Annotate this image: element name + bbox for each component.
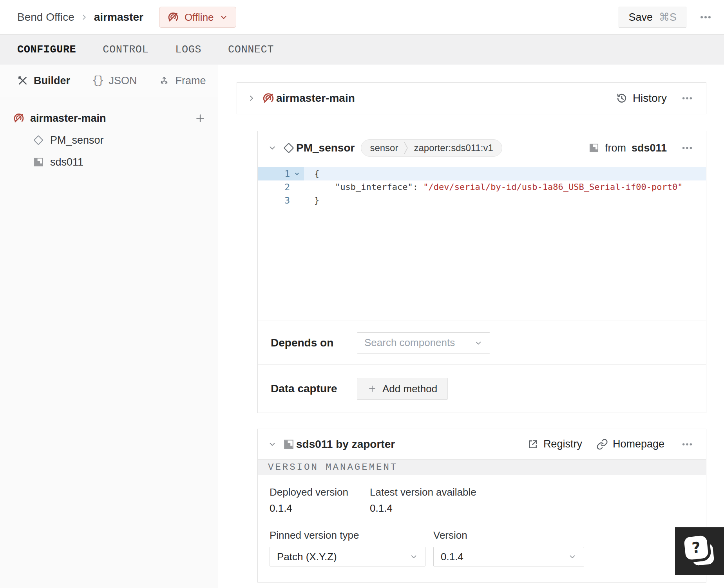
add-method-label: Add method xyxy=(382,383,437,395)
save-button[interactable]: Save ⌘S xyxy=(619,7,686,28)
add-component-button[interactable] xyxy=(194,112,206,124)
code-line: 3 } xyxy=(258,194,706,207)
code-line: 2 "usb_interface": "/dev/serial/by-id/us… xyxy=(258,180,706,194)
deployed-version-stat: Deployed version 0.1.4 xyxy=(270,486,370,514)
latest-version-stat: Latest version available 0.1.4 xyxy=(370,486,476,514)
tree-item-sds011[interactable]: sds011 xyxy=(0,154,218,170)
fold-chevron-icon[interactable] xyxy=(290,167,304,180)
tree-item-machine[interactable]: airmaster-main xyxy=(0,110,218,126)
expand-machine-chevron[interactable] xyxy=(247,94,256,103)
save-shortcut: ⌘S xyxy=(659,11,677,23)
depends-on-placeholder: Search components xyxy=(364,337,455,349)
deployed-version-value: 0.1.4 xyxy=(270,502,370,514)
pinned-version-type-select[interactable]: Patch (X.Y.Z) xyxy=(270,547,425,566)
version-management-section-title: VERSION MANAGEMENT xyxy=(258,459,706,475)
tab-logs[interactable]: LOGS xyxy=(175,44,201,56)
config-sidebar: Builder {} JSON Frame xyxy=(0,65,218,588)
history-button[interactable]: History xyxy=(615,92,667,105)
mode-builder-label: Builder xyxy=(34,75,70,87)
machine-status-dropdown[interactable]: Offline xyxy=(159,7,236,28)
deployed-version-label: Deployed version xyxy=(270,486,370,498)
plus-icon xyxy=(367,384,377,393)
help-button[interactable]: ? xyxy=(675,527,724,575)
tools-icon xyxy=(17,75,28,86)
top-bar: Bend Office airmaster Offline Save xyxy=(0,0,724,34)
machine-card-title: airmaster-main xyxy=(276,92,355,105)
depends-on-label: Depends on xyxy=(271,337,357,349)
module-card-header: sds011 by zaporter Registry xyxy=(258,429,706,459)
breadcrumb-machine-name: airmaster xyxy=(94,11,143,23)
code-text: "usb_interface": "/dev/serial/by-id/usb-… xyxy=(304,180,706,194)
code-text: } xyxy=(304,194,706,207)
mode-frame[interactable]: Frame xyxy=(159,75,206,87)
component-diamond-icon xyxy=(33,135,44,146)
mode-json[interactable]: {} JSON xyxy=(92,75,137,87)
homepage-link[interactable]: Homepage xyxy=(596,438,664,450)
component-type: sensor xyxy=(370,142,398,153)
from-module-group: from sds011 xyxy=(588,142,667,154)
registry-link[interactable]: Registry xyxy=(527,438,582,450)
chevron-right-icon xyxy=(80,13,89,22)
mode-json-label: JSON xyxy=(109,75,137,87)
question-mark-icon: ? xyxy=(684,535,709,560)
sds011-module-card: sds011 by zaporter Registry xyxy=(257,429,706,583)
wifi-off-icon xyxy=(167,11,179,23)
chevron-down-icon xyxy=(409,552,418,561)
module-card-title: sds011 by zaporter xyxy=(296,438,395,451)
history-clock-icon xyxy=(615,92,628,105)
line-number: 3 xyxy=(258,194,290,207)
tree-item-label: sds011 xyxy=(50,156,83,168)
component-card-menu-button[interactable] xyxy=(679,139,696,157)
status-label: Offline xyxy=(185,11,214,23)
attributes-code-editor[interactable]: 1 { 2 "usb_interface": "/dev/serial/by-i… xyxy=(258,165,706,321)
machine-card-menu-button[interactable] xyxy=(679,90,696,107)
code-text: { xyxy=(304,167,706,180)
module-icon xyxy=(588,142,599,153)
homepage-label: Homepage xyxy=(613,438,664,450)
version-select[interactable]: 0.1.4 xyxy=(433,547,584,566)
history-label: History xyxy=(633,92,667,105)
link-icon xyxy=(596,438,608,450)
pinned-version-type-label: Pinned version type xyxy=(270,529,425,541)
depends-on-select[interactable]: Search components xyxy=(357,332,490,354)
badge-divider-icon xyxy=(404,141,408,155)
module-links: Registry Homepage xyxy=(527,436,696,453)
collapse-component-chevron[interactable] xyxy=(268,144,277,152)
from-prefix: from xyxy=(605,142,626,154)
pm-sensor-card: PM_sensor sensor zaporter:sds011:v1 from… xyxy=(257,131,706,413)
breadcrumb: Bend Office airmaster xyxy=(17,11,143,23)
chevron-down-icon xyxy=(568,552,577,561)
version-value: 0.1.4 xyxy=(441,551,463,563)
data-capture-label: Data capture xyxy=(271,382,357,395)
top-bar-actions: Save ⌘S xyxy=(619,7,715,28)
mode-builder[interactable]: Builder xyxy=(17,75,70,87)
tree-item-pm-sensor[interactable]: PM_sensor xyxy=(0,132,218,148)
external-link-icon xyxy=(527,438,539,450)
breadcrumb-org-link[interactable]: Bend Office xyxy=(17,11,74,23)
depends-on-row: Depends on Search components xyxy=(258,321,706,364)
version-field: Version 0.1.4 xyxy=(433,529,584,566)
overflow-menu-button[interactable] xyxy=(697,8,715,26)
add-method-button[interactable]: Add method xyxy=(357,378,448,400)
module-card-menu-button[interactable] xyxy=(679,436,696,453)
braces-icon: {} xyxy=(92,75,103,87)
data-capture-row: Data capture Add method xyxy=(258,364,706,413)
component-model: zaporter:sds011:v1 xyxy=(414,142,493,153)
tab-control[interactable]: CONTROL xyxy=(103,44,148,56)
machine-config-page: Bend Office airmaster Offline Save xyxy=(0,0,724,588)
collapse-module-chevron[interactable] xyxy=(268,440,277,449)
latest-version-value: 0.1.4 xyxy=(370,502,476,514)
latest-version-label: Latest version available xyxy=(370,486,476,498)
view-mode-switcher: Builder {} JSON Frame xyxy=(0,65,218,97)
save-label: Save xyxy=(628,11,653,23)
version-management-body: Deployed version 0.1.4 Latest version av… xyxy=(258,475,706,582)
frame-axes-icon xyxy=(159,75,170,86)
tree-machine-label: airmaster-main xyxy=(30,112,106,124)
tab-configure[interactable]: CONFIGURE xyxy=(17,44,76,56)
component-title: PM_sensor xyxy=(296,142,355,154)
component-type-badge: sensor zaporter:sds011:v1 xyxy=(361,139,502,157)
mode-frame-label: Frame xyxy=(175,75,206,87)
line-number: 1 xyxy=(258,167,290,180)
tab-connect[interactable]: CONNECT xyxy=(228,44,274,56)
pm-sensor-card-header: PM_sensor sensor zaporter:sds011:v1 from… xyxy=(258,131,706,165)
